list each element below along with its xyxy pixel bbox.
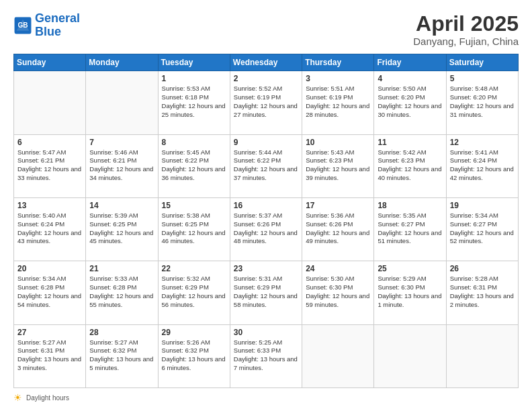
calendar-week-row: 27Sunrise: 5:27 AM Sunset: 6:31 PM Dayli… xyxy=(14,324,519,387)
day-number: 24 xyxy=(306,264,370,273)
table-row: 5Sunrise: 5:48 AM Sunset: 6:20 PM Daylig… xyxy=(446,71,518,134)
day-info: Sunrise: 5:33 AM Sunset: 6:28 PM Dayligh… xyxy=(89,275,154,309)
table-row: 16Sunrise: 5:37 AM Sunset: 6:26 PM Dayli… xyxy=(230,197,302,261)
col-tuesday: Tuesday xyxy=(158,54,230,71)
day-info: Sunrise: 5:31 AM Sunset: 6:29 PM Dayligh… xyxy=(234,275,298,309)
day-info: Sunrise: 5:46 AM Sunset: 6:21 PM Dayligh… xyxy=(89,148,154,183)
day-number: 13 xyxy=(17,201,82,210)
table-row: 20Sunrise: 5:34 AM Sunset: 6:28 PM Dayli… xyxy=(14,261,86,324)
table-row: 12Sunrise: 5:41 AM Sunset: 6:24 PM Dayli… xyxy=(446,134,518,197)
day-number: 17 xyxy=(306,201,370,210)
table-row: 27Sunrise: 5:27 AM Sunset: 6:31 PM Dayli… xyxy=(14,324,86,387)
table-row: 25Sunrise: 5:29 AM Sunset: 6:30 PM Dayli… xyxy=(374,261,446,324)
day-number: 9 xyxy=(234,138,298,147)
col-sunday: Sunday xyxy=(14,54,86,71)
table-row: 28Sunrise: 5:27 AM Sunset: 6:32 PM Dayli… xyxy=(86,324,158,387)
day-number: 3 xyxy=(306,74,370,83)
day-info: Sunrise: 5:47 AM Sunset: 6:21 PM Dayligh… xyxy=(17,148,82,183)
day-number: 14 xyxy=(89,201,154,210)
table-row: 13Sunrise: 5:40 AM Sunset: 6:24 PM Dayli… xyxy=(14,197,86,261)
footer-note: ☀ Daylight hours xyxy=(13,392,519,403)
table-row: 8Sunrise: 5:45 AM Sunset: 6:22 PM Daylig… xyxy=(158,134,230,197)
day-info: Sunrise: 5:35 AM Sunset: 6:27 PM Dayligh… xyxy=(378,212,442,246)
logo-icon: GB xyxy=(13,16,32,35)
col-monday: Monday xyxy=(86,54,158,71)
table-row: 11Sunrise: 5:42 AM Sunset: 6:23 PM Dayli… xyxy=(374,134,446,197)
calendar-week-row: 20Sunrise: 5:34 AM Sunset: 6:28 PM Dayli… xyxy=(14,261,519,324)
day-number: 10 xyxy=(306,138,370,147)
day-info: Sunrise: 5:34 AM Sunset: 6:28 PM Dayligh… xyxy=(17,275,82,309)
day-info: Sunrise: 5:44 AM Sunset: 6:22 PM Dayligh… xyxy=(234,148,298,183)
calendar-week-row: 1Sunrise: 5:53 AM Sunset: 6:18 PM Daylig… xyxy=(14,71,519,134)
table-row: 15Sunrise: 5:38 AM Sunset: 6:25 PM Dayli… xyxy=(158,197,230,261)
day-number: 28 xyxy=(89,328,154,337)
page: GB General Blue April 2025 Danyang, Fuji… xyxy=(0,0,532,411)
day-info: Sunrise: 5:45 AM Sunset: 6:22 PM Dayligh… xyxy=(162,148,226,183)
subtitle: Danyang, Fujian, China xyxy=(413,36,519,47)
day-info: Sunrise: 5:38 AM Sunset: 6:25 PM Dayligh… xyxy=(162,212,226,246)
footer: ☀ Daylight hours xyxy=(13,392,519,403)
table-row: 19Sunrise: 5:34 AM Sunset: 6:27 PM Dayli… xyxy=(446,197,518,261)
table-row: 30Sunrise: 5:25 AM Sunset: 6:33 PM Dayli… xyxy=(230,324,302,387)
col-thursday: Thursday xyxy=(302,54,374,71)
day-info: Sunrise: 5:42 AM Sunset: 6:23 PM Dayligh… xyxy=(378,148,442,183)
logo: GB General Blue xyxy=(13,12,80,39)
day-info: Sunrise: 5:50 AM Sunset: 6:20 PM Dayligh… xyxy=(378,85,442,119)
day-number: 30 xyxy=(234,328,298,337)
day-number: 20 xyxy=(17,264,82,273)
day-info: Sunrise: 5:36 AM Sunset: 6:26 PM Dayligh… xyxy=(306,212,370,246)
table-row: 24Sunrise: 5:30 AM Sunset: 6:30 PM Dayli… xyxy=(302,261,374,324)
table-row xyxy=(374,324,446,387)
day-number: 21 xyxy=(89,264,154,273)
table-row: 21Sunrise: 5:33 AM Sunset: 6:28 PM Dayli… xyxy=(86,261,158,324)
day-number: 6 xyxy=(17,138,82,147)
svg-text:GB: GB xyxy=(17,21,28,29)
table-row xyxy=(446,324,518,387)
col-saturday: Saturday xyxy=(446,54,518,71)
day-info: Sunrise: 5:27 AM Sunset: 6:32 PM Dayligh… xyxy=(89,338,154,373)
day-info: Sunrise: 5:30 AM Sunset: 6:30 PM Dayligh… xyxy=(306,275,370,309)
day-info: Sunrise: 5:37 AM Sunset: 6:26 PM Dayligh… xyxy=(234,212,298,246)
table-row: 3Sunrise: 5:51 AM Sunset: 6:19 PM Daylig… xyxy=(302,71,374,134)
calendar-week-row: 6Sunrise: 5:47 AM Sunset: 6:21 PM Daylig… xyxy=(14,134,519,197)
table-row: 7Sunrise: 5:46 AM Sunset: 6:21 PM Daylig… xyxy=(86,134,158,197)
calendar-week-row: 13Sunrise: 5:40 AM Sunset: 6:24 PM Dayli… xyxy=(14,197,519,261)
day-number: 16 xyxy=(234,201,298,210)
day-info: Sunrise: 5:34 AM Sunset: 6:27 PM Dayligh… xyxy=(450,212,515,246)
day-info: Sunrise: 5:32 AM Sunset: 6:29 PM Dayligh… xyxy=(162,275,226,309)
table-row xyxy=(302,324,374,387)
day-number: 19 xyxy=(450,201,515,210)
day-number: 18 xyxy=(378,201,442,210)
table-row: 14Sunrise: 5:39 AM Sunset: 6:25 PM Dayli… xyxy=(86,197,158,261)
table-row: 1Sunrise: 5:53 AM Sunset: 6:18 PM Daylig… xyxy=(158,71,230,134)
day-number: 26 xyxy=(450,264,515,273)
table-row: 6Sunrise: 5:47 AM Sunset: 6:21 PM Daylig… xyxy=(14,134,86,197)
day-number: 11 xyxy=(378,138,442,147)
header: GB General Blue April 2025 Danyang, Fuji… xyxy=(13,12,519,47)
day-info: Sunrise: 5:48 AM Sunset: 6:20 PM Dayligh… xyxy=(450,85,515,119)
day-info: Sunrise: 5:40 AM Sunset: 6:24 PM Dayligh… xyxy=(17,212,82,246)
day-info: Sunrise: 5:51 AM Sunset: 6:19 PM Dayligh… xyxy=(306,85,370,119)
day-info: Sunrise: 5:43 AM Sunset: 6:23 PM Dayligh… xyxy=(306,148,370,183)
day-info: Sunrise: 5:29 AM Sunset: 6:30 PM Dayligh… xyxy=(378,275,442,309)
month-title: April 2025 xyxy=(413,12,519,36)
table-row: 10Sunrise: 5:43 AM Sunset: 6:23 PM Dayli… xyxy=(302,134,374,197)
day-info: Sunrise: 5:25 AM Sunset: 6:33 PM Dayligh… xyxy=(234,338,298,373)
col-friday: Friday xyxy=(374,54,446,71)
title-block: April 2025 Danyang, Fujian, China xyxy=(413,12,519,47)
day-number: 7 xyxy=(89,138,154,147)
table-row: 26Sunrise: 5:28 AM Sunset: 6:31 PM Dayli… xyxy=(446,261,518,324)
day-number: 27 xyxy=(17,328,82,337)
day-number: 22 xyxy=(162,264,226,273)
day-number: 5 xyxy=(450,74,515,83)
day-number: 25 xyxy=(378,264,442,273)
day-number: 15 xyxy=(162,201,226,210)
table-row: 4Sunrise: 5:50 AM Sunset: 6:20 PM Daylig… xyxy=(374,71,446,134)
table-row xyxy=(86,71,158,134)
day-info: Sunrise: 5:27 AM Sunset: 6:31 PM Dayligh… xyxy=(17,338,82,373)
calendar-table: Sunday Monday Tuesday Wednesday Thursday… xyxy=(13,54,519,388)
table-row: 17Sunrise: 5:36 AM Sunset: 6:26 PM Dayli… xyxy=(302,197,374,261)
day-number: 4 xyxy=(378,74,442,83)
day-number: 23 xyxy=(234,264,298,273)
day-info: Sunrise: 5:28 AM Sunset: 6:31 PM Dayligh… xyxy=(450,275,515,309)
